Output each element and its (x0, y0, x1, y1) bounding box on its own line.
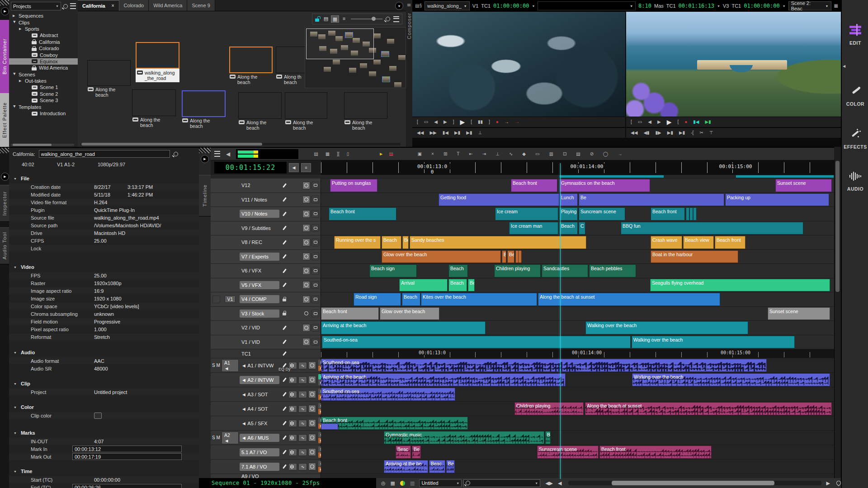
film-icon[interactable]: ▦ (834, 4, 838, 8)
tree-item-templates[interactable]: ▶Templates (9, 103, 78, 110)
automation-icon[interactable]: ∿ (298, 449, 307, 456)
clip-c[interactable]: C (579, 222, 585, 235)
power-icon[interactable] (302, 182, 310, 189)
clip-b[interactable]: B (502, 250, 506, 263)
tree-item-scene-3[interactable]: Scene 3 (9, 97, 78, 103)
pen-icon[interactable] (282, 392, 286, 397)
power-icon[interactable] (308, 376, 316, 384)
clip-beach-front[interactable]: Beach front (715, 236, 745, 249)
track-name-button[interactable]: V9 / Subtitles (240, 224, 279, 232)
power-icon[interactable] (308, 405, 316, 413)
waveform-icon[interactable] (288, 449, 297, 456)
tree-item-out-takes[interactable]: ▶Out-takes (9, 78, 78, 84)
project-hscrollbar[interactable] (11, 144, 74, 146)
clip-color-checkbox[interactable] (94, 413, 102, 419)
record-monitor-icon[interactable] (311, 253, 319, 260)
record-monitor-icon[interactable] (311, 281, 319, 289)
automation-icon[interactable]: ∿ (298, 376, 307, 384)
bin-clip-walking-along-the-road[interactable]: walking_along _the_road (136, 42, 179, 82)
scroll-left-icon[interactable]: ◀ (558, 480, 561, 486)
clip-lunch[interactable]: Lunch (559, 193, 578, 206)
mini-thumbnail[interactable] (359, 63, 368, 69)
clip-crash-wave[interactable]: Crash wave (651, 236, 682, 249)
clip-walking-over-the-beach[interactable]: Walking over the beach (585, 321, 748, 334)
fwd-icon[interactable]: ▮▶ (656, 131, 661, 135)
clip-ice-cream-man[interactable]: Ice cream man (509, 222, 558, 235)
tab-timeline[interactable]: Timeline (199, 175, 211, 216)
track-name-button[interactable]: TC1 (240, 350, 279, 358)
pen-icon[interactable] (282, 211, 286, 216)
clip-beach[interactable]: Beach (382, 236, 401, 249)
track-name-button[interactable]: V1 / VID (240, 338, 279, 346)
tree-item-wild-america[interactable]: Wild America (9, 65, 78, 71)
export-icon[interactable]: → (618, 152, 622, 156)
splice-in-icon[interactable]: → (505, 120, 509, 124)
align-top-icon[interactable]: ⇤ (469, 152, 472, 156)
track-name-button[interactable]: V10 / Notes (240, 210, 279, 218)
mini-thumbnail[interactable] (382, 76, 390, 82)
field-end-tc[interactable] (72, 484, 182, 488)
out-icon[interactable]: ] (489, 120, 490, 124)
clip-playing[interactable]: Playing (559, 207, 578, 221)
anchor-icon[interactable]: ⊥ (495, 152, 500, 156)
tree-item-sports[interactable]: ▶Sports (9, 26, 78, 32)
track-name-button[interactable]: ◄ A4 / SOT (240, 405, 279, 413)
frame-icon[interactable]: ▭ (424, 120, 428, 124)
projects-dropdown[interactable]: Projects ▼ (11, 2, 61, 10)
close-icon[interactable]: × (112, 3, 114, 8)
menu-icon[interactable] (70, 3, 76, 9)
pen-icon[interactable] (282, 225, 286, 230)
clip-item[interactable] (518, 250, 522, 263)
mark-out-icon[interactable]: ] (453, 120, 454, 124)
clip-suncream-scene[interactable]: Suncream scene (579, 207, 625, 221)
clip-running-over-the-s[interactable]: Running over the s (334, 236, 381, 249)
track-name-button[interactable]: V7 / Experts (240, 253, 279, 261)
mini-thumbnail[interactable] (368, 71, 377, 77)
audio-clip-be[interactable]: Be (446, 460, 455, 473)
record-icon[interactable]: ● (684, 120, 687, 124)
tab-inspector[interactable]: Inspector (0, 185, 9, 222)
smart-tool-segment-icon[interactable]: ▤ (389, 152, 393, 156)
clip-beach[interactable]: Beach (559, 222, 578, 235)
clip-arrival[interactable]: Arrival (399, 279, 448, 292)
clip-be[interactable]: Be (468, 279, 475, 292)
record-monitor-icon[interactable] (311, 267, 319, 275)
tree-item-scene-2[interactable]: Scene 2 (9, 91, 78, 97)
clip-putting-on-sunglas[interactable]: Putting on sunglas (330, 179, 377, 192)
bin-tab-wild-america[interactable]: Wild America (149, 0, 187, 11)
monitor-icon[interactable] (212, 296, 220, 303)
list-view-icon[interactable]: ≡ (340, 15, 348, 22)
anchor-icon[interactable]: ⊥ (478, 131, 482, 135)
waveform-icon[interactable] (288, 405, 297, 413)
go-in-icon[interactable]: ▶▮ (667, 131, 673, 135)
bin-clip-along-the-beach[interactable]: Along the beach (344, 92, 387, 131)
panel-play-button[interactable]: ▶ (201, 155, 209, 163)
cut-icon[interactable]: × (431, 152, 434, 156)
clip-getting-food[interactable]: Getting food (439, 193, 559, 206)
track-name-button[interactable]: ◄ A3 / SOT (240, 390, 279, 399)
mini-thumbnail[interactable] (389, 66, 397, 71)
automation-icon[interactable]: ∿ (298, 391, 307, 398)
power-icon[interactable] (308, 448, 316, 456)
scroll-right-icon[interactable]: ▶ (826, 480, 830, 486)
section-marks[interactable]: ▼Marks (14, 430, 35, 436)
waveform-icon[interactable] (288, 463, 297, 470)
record-monitor-icon[interactable] (311, 324, 319, 332)
collapse-arrow-icon[interactable]: ◀ (843, 64, 845, 68)
frame-icon[interactable]: ▭ (638, 120, 642, 124)
automation-icon[interactable]: ∿ (298, 463, 307, 470)
waveform-icon[interactable] (288, 420, 297, 427)
record-monitor-icon[interactable] (311, 224, 319, 232)
clip-seagulls-flying-overhead[interactable]: Seagulls flying overhead (650, 279, 830, 292)
track-name-button[interactable]: V2 / VID (240, 324, 279, 332)
locator-icon[interactable] (835, 480, 842, 486)
track-name-button[interactable]: ◄ A5 / SFX (240, 419, 279, 427)
track-name-button[interactable]: ◄ A2 / INTVW (240, 376, 279, 384)
in-icon[interactable]: [ (471, 120, 472, 124)
partial-clip[interactable] (559, 175, 664, 178)
record-monitor-icon[interactable] (311, 296, 319, 303)
center-dropdown[interactable]: ▼ (538, 1, 636, 10)
section-audio[interactable]: ▼Audio (14, 350, 35, 355)
record-monitor-icon[interactable] (311, 210, 319, 218)
audio-clip-b[interactable]: B (545, 431, 551, 444)
